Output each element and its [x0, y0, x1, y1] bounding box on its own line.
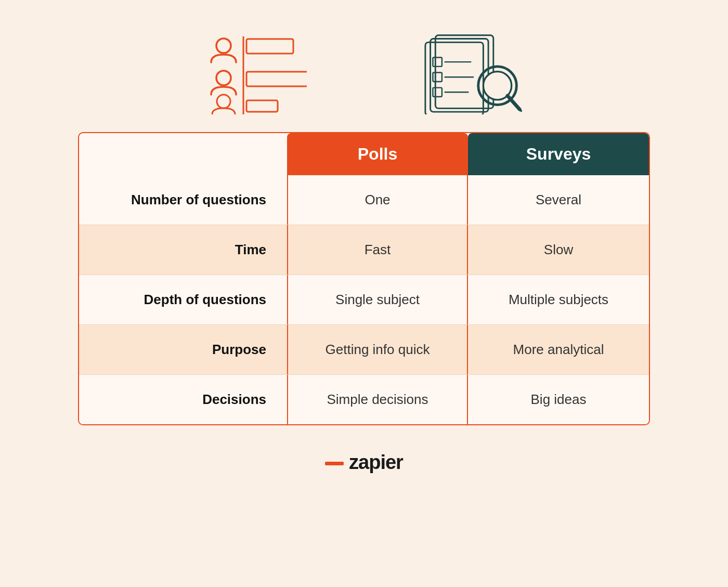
- svg-rect-8: [431, 39, 489, 112]
- row-polls-number: One: [287, 175, 468, 225]
- surveys-header: Surveys: [468, 133, 649, 175]
- svg-point-1: [216, 71, 231, 85]
- comparison-table: Polls Surveys Number of questions One Se…: [78, 132, 650, 425]
- table-row: Purpose Getting info quick More analytic…: [79, 324, 649, 374]
- header-empty-cell: [79, 133, 287, 175]
- zapier-underscore-icon: [325, 462, 344, 465]
- zapier-logo: zapier: [325, 451, 403, 474]
- row-polls-decisions: Simple decisions: [287, 375, 468, 424]
- polls-header: Polls: [287, 133, 468, 175]
- svg-rect-14: [433, 88, 441, 97]
- table-row: Depth of questions Single subject Multip…: [79, 275, 649, 324]
- row-label-time: Time: [79, 225, 287, 275]
- svg-point-0: [216, 38, 231, 53]
- svg-point-2: [217, 95, 230, 108]
- table-row: Number of questions One Several: [79, 175, 649, 225]
- svg-rect-5: [246, 72, 307, 86]
- row-label-depth: Depth of questions: [79, 275, 287, 324]
- row-surveys-purpose: More analytical: [468, 325, 649, 374]
- table-row: Time Fast Slow: [79, 225, 649, 275]
- row-surveys-time: Slow: [468, 225, 649, 275]
- row-label-decisions: Decisions: [79, 375, 287, 424]
- row-surveys-depth: Multiple subjects: [468, 275, 649, 324]
- zapier-logo-text: zapier: [349, 451, 403, 474]
- svg-rect-10: [433, 57, 441, 66]
- survey-icon: [421, 31, 525, 116]
- svg-line-19: [510, 98, 521, 111]
- poll-icon: [203, 31, 307, 116]
- table-header: Polls Surveys: [79, 133, 649, 175]
- row-surveys-decisions: Big ideas: [468, 375, 649, 424]
- svg-rect-6: [246, 100, 278, 112]
- row-polls-time: Fast: [287, 225, 468, 275]
- svg-rect-4: [246, 39, 293, 54]
- svg-rect-9: [425, 42, 484, 114]
- table-body: Number of questions One Several Time Fas…: [79, 175, 649, 424]
- row-label-purpose: Purpose: [79, 325, 287, 374]
- svg-rect-12: [433, 73, 441, 82]
- row-polls-purpose: Getting info quick: [287, 325, 468, 374]
- row-surveys-number: Several: [468, 175, 649, 225]
- row-polls-depth: Single subject: [287, 275, 468, 324]
- icons-row: [203, 31, 525, 116]
- row-label-number: Number of questions: [79, 175, 287, 225]
- table-row: Decisions Simple decisions Big ideas: [79, 374, 649, 424]
